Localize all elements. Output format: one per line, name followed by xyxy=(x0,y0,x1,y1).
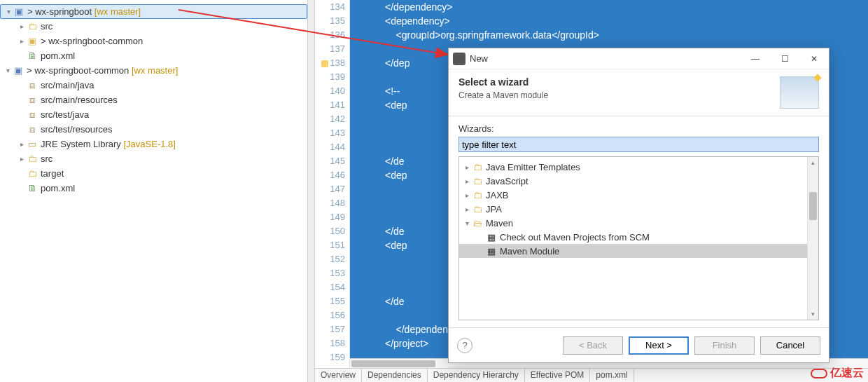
project-icon: ▣ xyxy=(13,6,24,18)
project-explorer[interactable]: ▾ ▣ > wx-springboot [wx master] ▸ 🗀 src … xyxy=(0,0,308,382)
tab-effective-pom[interactable]: Effective POM xyxy=(525,369,590,382)
chevron-right-icon[interactable]: ▸ xyxy=(462,177,472,185)
package-icon: ⧈ xyxy=(27,80,38,91)
tree-item-label: src xyxy=(41,21,307,32)
wizard-tree[interactable]: ▸🗀Java Emitter Templates ▸🗀JavaScript ▸🗀… xyxy=(458,156,819,320)
source-folder-main-resources[interactable]: ⧈ src/main/resources xyxy=(0,93,307,107)
cancel-button[interactable]: Cancel xyxy=(760,336,820,355)
tab-dependencies[interactable]: Dependencies xyxy=(362,369,428,382)
chevron-right-icon[interactable]: ▸ xyxy=(462,191,472,199)
xml-file-icon: 🗎 xyxy=(27,183,38,194)
dialog-heading: Select a wizard xyxy=(458,76,780,88)
wizard-node-label: JPA xyxy=(486,204,502,214)
tree-item-label: src/test/resources xyxy=(41,124,307,135)
wizard-node-jet[interactable]: ▸🗀Java Emitter Templates xyxy=(459,160,818,174)
project-label: > wx-springboot [wx master] xyxy=(27,6,307,17)
maven-icon: ▦ xyxy=(486,231,497,243)
chevron-right-icon[interactable]: ▸ xyxy=(17,22,27,30)
help-button[interactable]: ? xyxy=(457,338,472,353)
tree-item-label: src xyxy=(41,154,307,164)
folder-src[interactable]: ▸ 🗀 src xyxy=(0,19,307,34)
folder-icon: 🗀 xyxy=(472,161,483,172)
panel-divider[interactable] xyxy=(308,0,315,382)
chevron-right-icon[interactable]: ▸ xyxy=(17,140,27,148)
tree-item-label: src/test/java xyxy=(41,109,307,120)
tree-item-label: pom.xml xyxy=(41,50,307,61)
line-number-gutter: 134 135 136 137 138 139 140 141 142 143 … xyxy=(315,0,350,368)
wizard-node-jpa[interactable]: ▸🗀JPA xyxy=(459,202,818,216)
close-button[interactable]: ✕ xyxy=(799,48,829,69)
scrollbar-thumb[interactable] xyxy=(809,192,817,220)
folder-icon: 🗀 xyxy=(27,168,38,179)
library-icon: ▭ xyxy=(27,139,38,150)
warning-marker-icon xyxy=(321,60,328,67)
watermark-text: 亿速云 xyxy=(830,366,864,381)
chevron-down-icon[interactable]: ▾ xyxy=(3,67,13,74)
folder-target[interactable]: 🗀 target xyxy=(0,166,307,181)
chevron-right-icon[interactable]: ▸ xyxy=(462,205,472,213)
wizard-node-label: Maven xyxy=(486,218,513,228)
minimize-button[interactable]: — xyxy=(741,48,770,69)
scroll-up-icon[interactable]: ▴ xyxy=(808,157,818,168)
folder-icon: 🗀 xyxy=(27,21,38,32)
wizard-node-label: Java Emitter Templates xyxy=(486,162,580,172)
vertical-scrollbar[interactable]: ▴ ▾ xyxy=(807,157,818,320)
back-button[interactable]: < Back xyxy=(563,336,623,355)
wizard-item-maven-module[interactable]: ▦Maven Module xyxy=(459,244,818,258)
scrollbar-thumb[interactable] xyxy=(351,360,435,367)
tree-item-label: JRE System Library [JavaSE-1.8] xyxy=(41,139,307,149)
dialog-title: New xyxy=(470,53,741,64)
package-icon: ⧈ xyxy=(27,109,38,121)
finish-button[interactable]: Finish xyxy=(694,336,755,355)
dialog-titlebar[interactable]: New — ☐ ✕ xyxy=(449,48,829,69)
wizard-node-label: JavaScript xyxy=(486,176,528,186)
tab-overview[interactable]: Overview xyxy=(315,369,362,382)
chevron-right-icon[interactable]: ▸ xyxy=(17,155,27,163)
chevron-right-icon[interactable]: ▸ xyxy=(17,37,27,45)
maximize-button[interactable]: ☐ xyxy=(770,48,799,69)
source-folder-test-java[interactable]: ⧈ src/test/java xyxy=(0,107,307,122)
chevron-down-icon[interactable]: ▾ xyxy=(4,8,13,15)
dialog-body: Wizards: ▸🗀Java Emitter Templates ▸🗀Java… xyxy=(449,116,829,327)
package-icon: ⧈ xyxy=(27,124,38,135)
cloud-icon xyxy=(811,369,827,378)
watermark-logo: 亿速云 xyxy=(811,366,864,381)
tab-dependency-hierarchy[interactable]: Dependency Hierarchy xyxy=(428,369,525,382)
project-label: > wx-springboot-common [wx master] xyxy=(27,65,307,76)
jre-system-library[interactable]: ▸ ▭ JRE System Library [JavaSE-1.8] xyxy=(0,137,307,151)
project-icon: ▣ xyxy=(13,65,24,76)
tree-item-label: target xyxy=(41,168,307,179)
folder-icon: 🗀 xyxy=(27,154,38,165)
file-pom-xml-1[interactable]: 🗎 pom.xml xyxy=(0,48,307,63)
wizard-node-javascript[interactable]: ▸🗀JavaScript xyxy=(459,174,818,188)
wizard-node-jaxb[interactable]: ▸🗀JAXB xyxy=(459,188,818,202)
source-folder-main-java[interactable]: ⧈ src/main/java xyxy=(0,78,307,93)
file-pom-xml-2[interactable]: 🗎 pom.xml xyxy=(0,181,307,196)
folder-icon: 🗀 xyxy=(472,175,483,186)
dialog-description: Create a Maven module xyxy=(458,90,780,100)
next-button[interactable]: Next > xyxy=(629,336,689,355)
tab-pom-xml[interactable]: pom.xml xyxy=(590,369,634,382)
folder-src-2[interactable]: ▸ 🗀 src xyxy=(0,151,307,166)
folder-open-icon: 🗁 xyxy=(472,217,483,228)
project-node-wx-springboot[interactable]: ▾ ▣ > wx-springboot [wx master] xyxy=(0,4,307,19)
source-folder-test-resources[interactable]: ⧈ src/test/resources xyxy=(0,122,307,137)
xml-file-icon: 🗎 xyxy=(27,50,38,62)
project-node-wx-springboot-common[interactable]: ▾ ▣ > wx-springboot-common [wx master] xyxy=(0,63,307,78)
dialog-header: Select a wizard Create a Maven module xyxy=(449,69,829,116)
chevron-down-icon[interactable]: ▾ xyxy=(462,219,472,227)
folder-icon: 🗀 xyxy=(472,189,483,200)
scroll-down-icon[interactable]: ▾ xyxy=(808,308,818,320)
wizard-item-label: Check out Maven Projects from SCM xyxy=(500,232,650,243)
tree-item-label: src/main/java xyxy=(41,80,307,90)
wizard-filter-input[interactable] xyxy=(458,137,819,152)
package-icon: ⧈ xyxy=(27,95,38,106)
wizard-banner-icon xyxy=(780,76,819,109)
editor-bottom-tabs: Overview Dependencies Dependency Hierarc… xyxy=(315,368,868,382)
eclipse-icon xyxy=(453,53,465,65)
chevron-right-icon[interactable]: ▸ xyxy=(462,163,472,171)
wizard-item-maven-scm[interactable]: ▦Check out Maven Projects from SCM xyxy=(459,230,818,244)
module-wx-springboot-common-ref[interactable]: ▸ ▣ > wx-springboot-common xyxy=(0,34,307,48)
wizard-node-maven[interactable]: ▾🗁Maven xyxy=(459,216,818,230)
tree-item-label: > wx-springboot-common xyxy=(41,36,307,46)
